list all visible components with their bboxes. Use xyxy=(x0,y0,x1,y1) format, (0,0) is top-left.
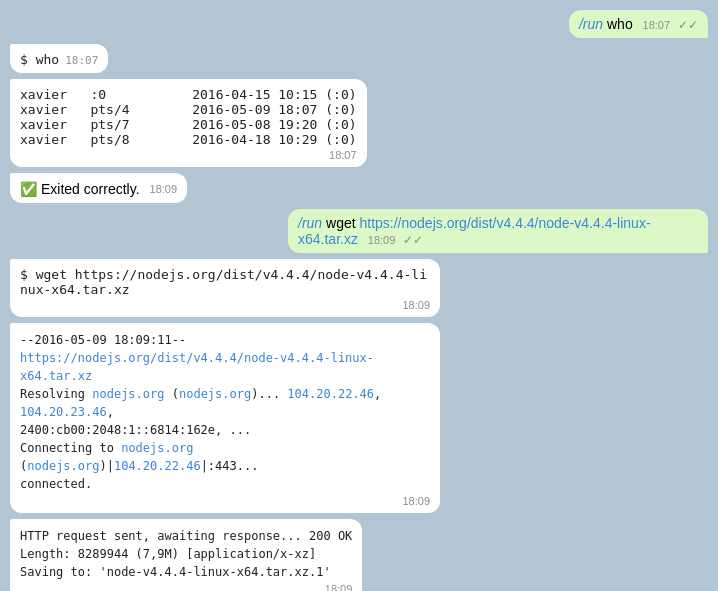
bubble-run-who: /run who 18:07 ✓✓ xyxy=(569,10,708,38)
wget-text: wget xyxy=(322,215,359,231)
nodejs-org-link2[interactable]: nodejs.org xyxy=(179,387,251,401)
who-command: $ who18:07 xyxy=(20,52,98,67)
message-who-output: xavier :0 2016-04-15 10:15 (:0) xavier p… xyxy=(10,79,708,167)
time-exited: 18:09 xyxy=(150,183,178,195)
run-prefix: /run xyxy=(579,16,603,32)
checkmarks-run-wget: ✓✓ xyxy=(403,233,423,247)
time-run-who: 18:07 xyxy=(643,19,671,31)
time-who-cmd: 18:07 xyxy=(65,54,98,67)
who-output: xavier :0 2016-04-15 10:15 (:0) xavier p… xyxy=(20,87,357,147)
ip1-link[interactable]: 104.20.22.46 xyxy=(287,387,374,401)
nodejs-org-link4[interactable]: nodejs.org xyxy=(27,459,99,473)
nodejs-org-link1[interactable]: nodejs.org xyxy=(92,387,164,401)
time-wget-out2: 18:09 xyxy=(20,583,352,591)
bubble-wget-out2: HTTP request sent, awaiting response... … xyxy=(10,519,362,591)
length-line: Length: 8289944 (7,9M) [application/x-xz… xyxy=(20,547,316,561)
cmd-text: who xyxy=(603,16,633,32)
wget-output-2: HTTP request sent, awaiting response... … xyxy=(20,527,352,581)
checkmarks-run-who: ✓✓ xyxy=(678,18,698,32)
time-run-wget: 18:09 xyxy=(368,234,396,246)
message-run-who: /run who 18:07 ✓✓ xyxy=(10,10,708,38)
ip3-link[interactable]: 104.20.22.46 xyxy=(114,459,201,473)
wget-url-link[interactable]: https://nodejs.org/dist/v4.4.4/node-v4.4… xyxy=(20,351,374,383)
connecting-line: Connecting to nodejs.org (nodejs.org)|10… xyxy=(20,441,258,473)
exited-row: ✅ Exited correctly. 18:09 xyxy=(20,181,177,197)
bubble-who-output: xavier :0 2016-04-15 10:15 (:0) xavier p… xyxy=(10,79,367,167)
run-prefix-wget: /run xyxy=(298,215,322,231)
time-who-output: 18:07 xyxy=(20,149,357,161)
bubble-wget-cmd: $ wget https://nodejs.org/dist/v4.4.4/no… xyxy=(10,259,440,317)
bubble-who-cmd: $ who18:07 xyxy=(10,44,108,73)
nodejs-org-link3[interactable]: nodejs.org xyxy=(121,441,193,455)
http-line: HTTP request sent, awaiting response... … xyxy=(20,529,352,543)
time-wget-cmd: 18:09 xyxy=(20,299,430,311)
message-wget-out1: --2016-05-09 18:09:11-- https://nodejs.o… xyxy=(10,323,708,513)
message-who-cmd: $ who18:07 xyxy=(10,44,708,73)
bubble-run-wget: /run wget https://nodejs.org/dist/v4.4.4… xyxy=(288,209,708,253)
exited-emoji: ✅ xyxy=(20,181,37,197)
connected-line: connected. xyxy=(20,477,92,491)
bubble-exited: ✅ Exited correctly. 18:09 xyxy=(10,173,187,203)
wget-command: $ wget https://nodejs.org/dist/v4.4.4/no… xyxy=(20,267,430,297)
message-exited: ✅ Exited correctly. 18:09 xyxy=(10,173,708,203)
resolving-line: Resolving nodejs.org (nodejs.org)... 104… xyxy=(20,387,381,419)
bubble-wget-out1: --2016-05-09 18:09:11-- https://nodejs.o… xyxy=(10,323,440,513)
saving-line: Saving to: 'node-v4.4.4-linux-x64.tar.xz… xyxy=(20,565,331,579)
ipv6-line: 2400:cb00:2048:1::6814:162e, ... xyxy=(20,423,251,437)
exited-text: Exited correctly. xyxy=(41,181,140,197)
ip2-link[interactable]: 104.20.23.46 xyxy=(20,405,107,419)
time-wget-out1: 18:09 xyxy=(20,495,430,507)
message-wget-cmd: $ wget https://nodejs.org/dist/v4.4.4/no… xyxy=(10,259,708,317)
message-run-wget: /run wget https://nodejs.org/dist/v4.4.4… xyxy=(10,209,708,253)
wget-output-1: --2016-05-09 18:09:11-- https://nodejs.o… xyxy=(20,331,430,493)
message-wget-out2: HTTP request sent, awaiting response... … xyxy=(10,519,708,591)
wget-timestamp: --2016-05-09 18:09:11-- xyxy=(20,333,186,347)
chat-container: /run who 18:07 ✓✓ $ who18:07 xavier :0 2… xyxy=(0,0,718,591)
